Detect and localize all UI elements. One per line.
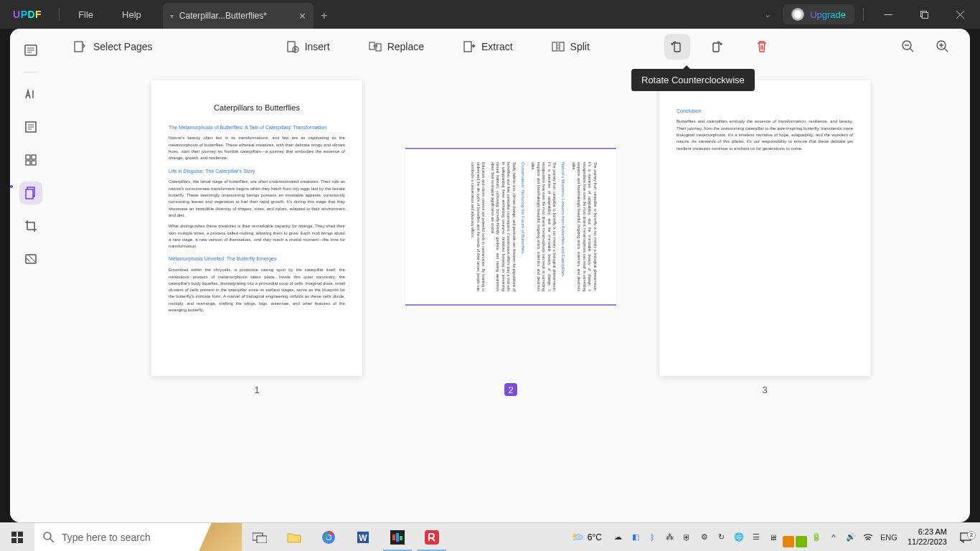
taskbar-clock[interactable]: 6:23 AM 11/22/2023 <box>902 527 953 546</box>
taskbar-search[interactable]: Type here to search <box>34 523 242 552</box>
tray-nvidia-icon[interactable] <box>796 536 807 547</box>
organize-pages-icon[interactable] <box>19 182 42 204</box>
tray-gear-icon[interactable]: ⚙ <box>697 523 712 551</box>
close-button[interactable] <box>944 2 976 27</box>
svg-rect-25 <box>11 538 17 543</box>
delete-button[interactable] <box>749 34 775 60</box>
select-pages-button[interactable]: Select Pages <box>66 36 160 57</box>
svg-rect-38 <box>400 536 402 540</box>
insert-button[interactable]: Insert <box>281 36 336 57</box>
svg-rect-6 <box>26 161 30 165</box>
svg-rect-37 <box>396 533 399 542</box>
tab-close-icon[interactable]: ✕ <box>298 11 306 22</box>
extract-label: Extract <box>481 41 513 52</box>
extract-button[interactable]: Extract <box>457 36 519 57</box>
page-number: 3 <box>762 385 767 395</box>
crop-tool-icon[interactable] <box>19 215 42 237</box>
page-thumbnail-2[interactable]: The journey from caterpillar to butterfl… <box>405 79 616 396</box>
tab-title: Caterpillar...Butterflies* <box>179 11 293 21</box>
doc-heading: Life in Disguise: The Caterpillar's Stor… <box>169 168 345 176</box>
sidebar <box>10 29 52 522</box>
file-explorer-icon[interactable] <box>277 523 311 551</box>
doc-paragraph: Entombed within the chrysalis, a protect… <box>169 267 345 314</box>
doc-paragraph: Education and citizen science are powerf… <box>470 162 486 291</box>
tray-bluetooth-icon[interactable]: ᛒ <box>645 523 661 551</box>
doc-heading: Conservation: Nurturing the Future of Bu… <box>519 162 526 291</box>
zoom-out-icon <box>901 39 915 54</box>
app-body: Select Pages Insert Replace Extract <box>10 29 970 522</box>
zoom-in-icon <box>936 39 950 54</box>
file-menu[interactable]: File <box>64 0 108 29</box>
zoom-in-button[interactable] <box>930 34 956 60</box>
doc-paragraph: The journey from caterpillar to butterfl… <box>530 162 557 291</box>
title-bar: UPDF File Help ▾ Caterpillar...Butterfli… <box>0 0 980 29</box>
system-tray: 6°C ☁ ◧ ᛒ ⁂ ⛨ ⚙ ↻ 🌐 ☰ 🖥 🔋 ^ 🔊 ENG 6:23 A… <box>563 523 980 551</box>
reader-mode-icon[interactable] <box>19 39 42 62</box>
page-thumbnail-3[interactable]: Conclusion Butterflies and caterpillars … <box>659 80 870 395</box>
zoom-out-button[interactable] <box>895 34 921 60</box>
page-thumbnail-1[interactable]: Caterpillars to Butterflies The Metamorp… <box>151 80 362 395</box>
pages-grid[interactable]: Caterpillars to Butterflies The Metamorp… <box>52 65 970 522</box>
insert-label: Insert <box>305 41 330 52</box>
redact-tool-icon[interactable] <box>19 248 42 270</box>
select-pages-label: Select Pages <box>93 41 153 52</box>
new-tab-button[interactable]: + <box>314 3 335 29</box>
separator <box>59 8 60 21</box>
tray-language[interactable]: ENG <box>877 523 900 551</box>
tray-chevron-icon[interactable]: ^ <box>826 523 842 551</box>
app-icon[interactable] <box>380 523 415 551</box>
tray-app-icon[interactable]: ◧ <box>628 523 644 551</box>
document-tab[interactable]: ▾ Caterpillar...Butterflies* ✕ <box>163 3 314 29</box>
tray-wifi-icon[interactable] <box>860 523 876 551</box>
tab-caret-icon: ▾ <box>170 12 174 20</box>
svg-rect-11 <box>75 42 83 52</box>
tray-java-icon[interactable] <box>783 536 794 547</box>
page-content: Conclusion Butterflies and caterpillars … <box>659 80 870 376</box>
doc-paragraph: The journey from caterpillar to butterfl… <box>571 162 598 291</box>
svg-rect-7 <box>32 161 36 165</box>
windows-taskbar: Type here to search W 6°C ☁ ◧ ᛒ ⁂ ⛨ ⚙ ↻ … <box>0 522 980 551</box>
task-view-icon[interactable] <box>242 523 277 551</box>
acrobat-icon[interactable] <box>415 523 449 551</box>
replace-button[interactable]: Replace <box>363 36 430 57</box>
maximize-button[interactable] <box>908 2 940 27</box>
tray-battery-icon[interactable]: 🔋 <box>809 523 824 551</box>
rotate-cw-button[interactable] <box>703 34 729 60</box>
start-button[interactable] <box>0 523 34 551</box>
svg-rect-1 <box>922 12 928 18</box>
tray-security-icon[interactable]: ⛨ <box>679 523 695 551</box>
svg-rect-20 <box>713 43 719 52</box>
doc-paragraph: Sadly, habitat loss, climate change, and… <box>490 162 517 291</box>
word-icon[interactable]: W <box>346 523 380 551</box>
window-dropdown-icon[interactable]: ⌄ <box>757 9 778 19</box>
tray-app2-icon[interactable]: ⁂ <box>662 523 678 551</box>
help-menu[interactable]: Help <box>108 0 156 29</box>
weather-widget[interactable]: 6°C <box>563 531 609 544</box>
edit-tool-icon[interactable] <box>19 116 42 138</box>
tray-cloud-icon[interactable]: ☁ <box>611 523 626 551</box>
weather-temp: 6°C <box>588 532 602 542</box>
tray-globe-icon[interactable]: 🌐 <box>731 523 747 551</box>
form-tool-icon[interactable] <box>19 149 42 171</box>
tray-monitor-icon[interactable]: 🖥 <box>765 523 781 551</box>
svg-rect-18 <box>560 42 564 51</box>
tray-sync-icon[interactable]: ↻ <box>714 523 730 551</box>
replace-label: Replace <box>387 41 424 52</box>
upgrade-button[interactable]: Upgrade <box>783 4 854 24</box>
notification-badge: 2 <box>967 531 976 540</box>
tab-strip: ▾ Caterpillar...Butterflies* ✕ + <box>163 0 335 29</box>
tray-menu-icon[interactable]: ☰ <box>748 523 764 551</box>
sidebar-separator <box>24 72 38 72</box>
split-button[interactable]: Split <box>546 36 595 57</box>
doc-heading: Conclusion <box>677 108 853 116</box>
rotate-ccw-button[interactable] <box>664 34 690 60</box>
chrome-icon[interactable] <box>311 523 346 551</box>
clock-date: 11/22/2023 <box>908 537 947 547</box>
page-number: 1 <box>254 385 259 395</box>
minimize-button[interactable] <box>872 2 904 27</box>
comment-tool-icon[interactable] <box>19 83 42 105</box>
svg-rect-16 <box>464 42 471 52</box>
notifications-button[interactable]: 2 <box>954 531 977 544</box>
tray-volume-icon[interactable]: 🔊 <box>843 523 859 551</box>
weather-icon <box>570 531 583 544</box>
